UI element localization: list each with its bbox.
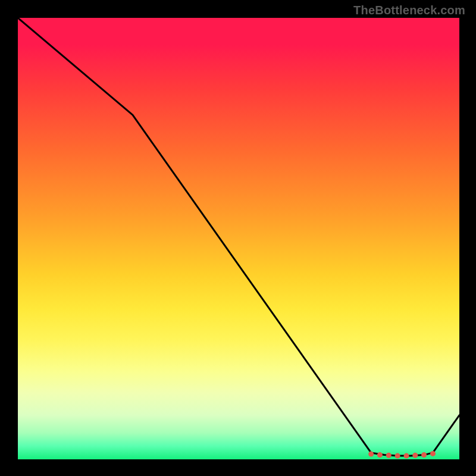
marker-dot <box>430 451 436 456</box>
marker-dot <box>395 453 400 459</box>
plot-area <box>18 18 459 459</box>
chart-frame: TheBottleneck.com <box>0 0 476 476</box>
marker-dot <box>377 452 383 458</box>
curve-path <box>18 18 459 456</box>
marker-dot <box>386 453 392 458</box>
marker-dot <box>368 452 374 457</box>
marker-dot <box>404 453 409 459</box>
marker-dot <box>421 452 427 458</box>
watermark-text: TheBottleneck.com <box>353 4 465 17</box>
chart-svg <box>18 18 459 459</box>
marker-dot <box>412 453 418 458</box>
marker-group <box>368 451 436 459</box>
